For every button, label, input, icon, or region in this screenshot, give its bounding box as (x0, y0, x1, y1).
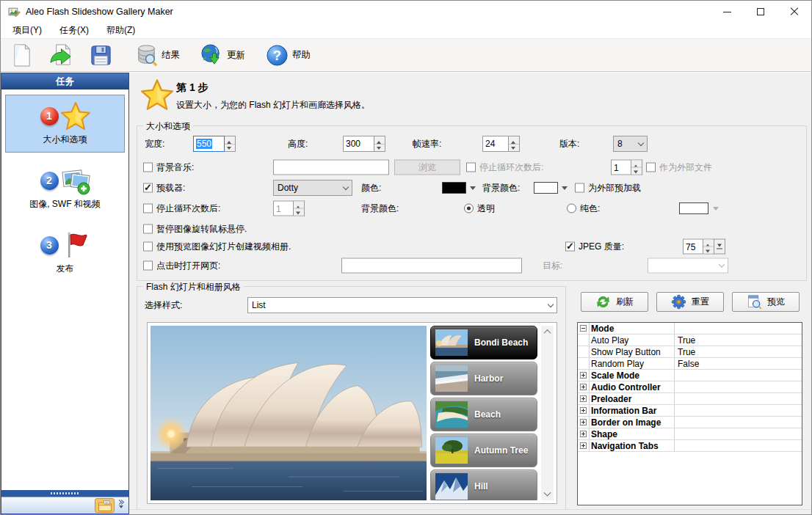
expand-icon[interactable] (580, 372, 587, 379)
thumbnail-beach[interactable]: Beach (430, 398, 537, 431)
target-select[interactable] (648, 258, 728, 274)
style-select[interactable]: List (247, 297, 557, 313)
bg-music-input[interactable] (273, 160, 389, 175)
menu-help[interactable]: 帮助(Z) (98, 23, 144, 38)
property-category-row[interactable]: Shape (578, 428, 802, 440)
maximize-button[interactable] (744, 1, 777, 23)
scroll-down-button[interactable] (541, 489, 554, 500)
property-category-row[interactable]: Border on Image (578, 417, 802, 428)
music-loop-spin-up[interactable] (631, 161, 642, 167)
menu-tasks[interactable]: 任务(X) (51, 23, 98, 38)
music-loop-spin-down[interactable] (631, 167, 642, 175)
expand-icon[interactable] (580, 384, 587, 390)
sidebar-item-publish[interactable]: 3 发布 (5, 224, 125, 282)
stop-loop-checkbox[interactable] (143, 204, 153, 213)
property-category-row[interactable]: Mode (578, 323, 802, 335)
style-preview-box: Bondi Beach Harbor Beach Autumn Tre (147, 322, 557, 504)
property-category-row[interactable]: Scale Mode (578, 370, 802, 381)
height-input[interactable]: 300 (343, 136, 374, 152)
minimize-button[interactable] (710, 1, 744, 23)
open-url-input[interactable] (341, 258, 522, 274)
refresh-button[interactable]: 刷新 (581, 292, 648, 312)
thumbnail-hill[interactable]: Hill (430, 470, 537, 500)
jpeg-quality-checkbox[interactable] (565, 242, 575, 252)
preloader-select[interactable]: Dotty (273, 180, 352, 196)
height-spin-down[interactable] (374, 144, 385, 152)
video-album-checkbox[interactable] (143, 242, 153, 252)
thumbnail-autumn-tree[interactable]: Autumn Tree (430, 434, 537, 467)
chevron-down-icon (544, 489, 551, 496)
bg-music-checkbox[interactable] (143, 163, 153, 172)
preloader-checkbox[interactable] (143, 183, 153, 193)
stop-loop-spin-up[interactable] (294, 202, 304, 208)
export-button[interactable] (45, 41, 78, 70)
preload-external-checkbox[interactable] (575, 183, 584, 193)
as-external-file-checkbox[interactable] (646, 163, 656, 172)
width-input[interactable]: 550 (193, 136, 225, 152)
height-spin-up[interactable] (374, 136, 385, 144)
update-label: 更新 (227, 49, 245, 62)
solid-color-radio[interactable] (567, 204, 576, 213)
chevron-down-icon (343, 183, 349, 189)
preloader-bg-swatch[interactable] (534, 182, 558, 194)
expand-icon[interactable] (580, 442, 587, 449)
property-row[interactable]: Auto PlayTrue (578, 335, 802, 346)
property-category-row[interactable]: Preloader (578, 393, 802, 405)
jpeg-default-dropdown[interactable] (714, 239, 725, 255)
expand-icon[interactable] (580, 419, 587, 425)
property-category-row[interactable]: Audio Controller (578, 381, 802, 393)
expand-icon[interactable] (580, 431, 587, 437)
close-button[interactable] (777, 1, 811, 23)
preview-button[interactable]: 预览 (732, 292, 800, 312)
results-button[interactable]: 结果 (130, 41, 184, 70)
menu-project[interactable]: 项目(Y) (4, 23, 51, 38)
framerate-spin-down[interactable] (509, 144, 519, 152)
expand-icon[interactable] (580, 407, 587, 414)
preloader-color-swatch[interactable] (442, 182, 466, 194)
jpeg-spin-down[interactable] (703, 246, 714, 254)
property-category-row[interactable]: Navigation Tabs (578, 440, 802, 452)
stop-loop-input[interactable]: 1 (273, 201, 294, 216)
property-row[interactable]: Show Play ButtonTrue (578, 346, 802, 358)
panel-splitter[interactable] (1, 490, 128, 497)
photos-add-icon (61, 166, 90, 195)
transparent-radio[interactable] (464, 204, 474, 213)
sidebar-item-size-options[interactable]: 1 大小和选项 (5, 95, 125, 153)
music-stop-loop-checkbox[interactable] (466, 163, 476, 172)
pause-on-hover-checkbox[interactable] (143, 224, 153, 234)
framerate-input[interactable]: 24 (482, 136, 509, 152)
collapse-icon[interactable] (580, 325, 587, 332)
jpeg-spin-up[interactable] (703, 240, 714, 246)
update-button[interactable]: 更新 (195, 41, 250, 70)
width-spin-down[interactable] (225, 144, 235, 152)
width-spin-up[interactable] (225, 136, 235, 144)
folder-view-button[interactable] (95, 498, 115, 513)
preloader-color-label: 颜色: (361, 182, 381, 194)
chevron-up-icon (544, 329, 551, 336)
thumbnail-scrollbar[interactable] (541, 326, 554, 500)
framerate-spin-up[interactable] (509, 136, 519, 144)
preloader-color-dropdown[interactable] (467, 182, 479, 194)
preloader-bg-dropdown[interactable] (559, 182, 570, 194)
property-category-row[interactable]: Information Bar (578, 405, 802, 417)
solid-color-swatch[interactable] (679, 202, 708, 214)
property-row[interactable]: Random PlayFalse (578, 358, 802, 370)
stop-loop-spin-down[interactable] (294, 208, 304, 216)
thumbnail-label: Autumn Tree (474, 445, 528, 456)
save-button[interactable] (84, 41, 117, 70)
thumbnail-harbor[interactable]: Harbor (430, 362, 537, 395)
reset-button[interactable]: 重置 (656, 292, 724, 312)
solid-color-dropdown[interactable] (710, 202, 722, 214)
thumbnail-bondi-beach[interactable]: Bondi Beach (430, 326, 537, 359)
jpeg-quality-input[interactable]: 75 (683, 239, 703, 255)
help-button[interactable]: ? 帮助 (261, 41, 315, 70)
scroll-up-button[interactable] (541, 326, 554, 337)
new-project-button[interactable] (5, 41, 38, 70)
panel-options-button[interactable] (119, 500, 123, 511)
version-select[interactable]: 8 (613, 136, 648, 152)
music-loop-input[interactable]: 1 (611, 160, 631, 175)
expand-icon[interactable] (580, 395, 587, 402)
open-url-checkbox[interactable] (143, 261, 153, 271)
sidebar-item-images-swf-video[interactable]: 2 图像, SWF 和视频 (5, 159, 125, 217)
browse-button[interactable]: 浏览 (394, 160, 460, 175)
